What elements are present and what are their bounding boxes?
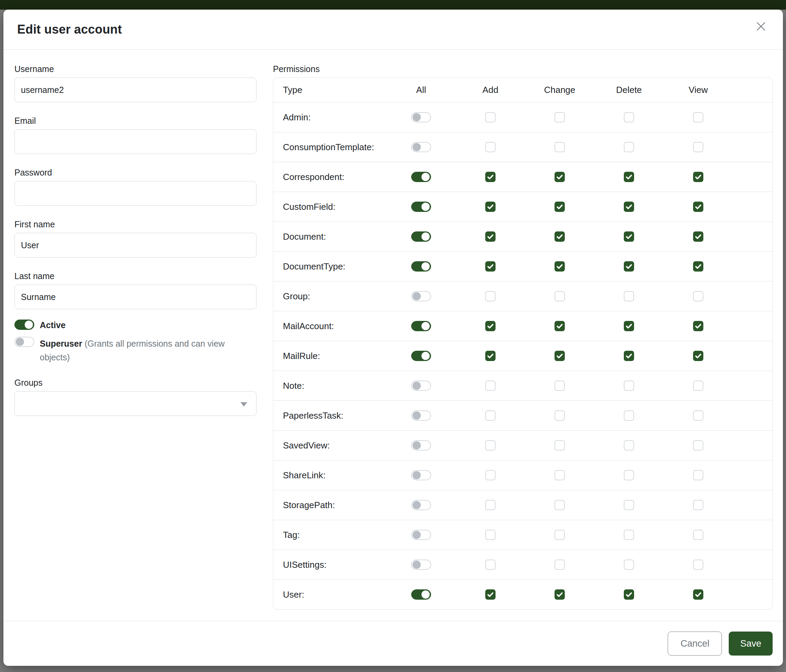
document-all-toggle[interactable] bbox=[411, 231, 431, 242]
check-icon bbox=[556, 591, 563, 598]
storagepath-delete-checkbox[interactable] bbox=[624, 500, 634, 510]
document-add-checkbox[interactable] bbox=[485, 231, 495, 242]
documenttype-all-toggle[interactable] bbox=[411, 261, 431, 272]
user-view-checkbox[interactable] bbox=[693, 589, 703, 600]
correspondent-view-checkbox[interactable] bbox=[693, 172, 703, 182]
mailaccount-all-toggle[interactable] bbox=[411, 321, 431, 331]
uisettings-view-checkbox[interactable] bbox=[693, 559, 703, 570]
check-icon bbox=[625, 233, 633, 240]
documenttype-add-checkbox[interactable] bbox=[485, 261, 495, 272]
note-view-checkbox[interactable] bbox=[693, 381, 703, 391]
user-delete-checkbox[interactable] bbox=[624, 589, 634, 600]
correspondent-change-checkbox[interactable] bbox=[555, 172, 565, 182]
tag-view-checkbox[interactable] bbox=[693, 530, 703, 540]
paperlesstask-all-toggle[interactable] bbox=[411, 410, 431, 421]
mailrule-view-checkbox[interactable] bbox=[693, 351, 703, 361]
admin-delete-checkbox[interactable] bbox=[624, 112, 634, 122]
user-change-checkbox[interactable] bbox=[555, 589, 565, 600]
consumptiontemplate-change-checkbox[interactable] bbox=[555, 142, 565, 152]
sharelink-delete-checkbox[interactable] bbox=[624, 470, 634, 480]
consumptiontemplate-delete-checkbox[interactable] bbox=[624, 142, 634, 152]
admin-add-checkbox[interactable] bbox=[485, 112, 495, 122]
customfield-change-checkbox[interactable] bbox=[555, 202, 565, 212]
consumptiontemplate-all-toggle[interactable] bbox=[411, 142, 431, 152]
tag-all-toggle[interactable] bbox=[411, 530, 431, 540]
group-all-toggle[interactable] bbox=[411, 291, 431, 301]
sharelink-change-checkbox[interactable] bbox=[555, 470, 565, 480]
customfield-all-toggle[interactable] bbox=[411, 202, 431, 212]
note-add-checkbox[interactable] bbox=[485, 381, 495, 391]
sharelink-add-checkbox[interactable] bbox=[485, 470, 495, 480]
group-delete-checkbox[interactable] bbox=[624, 291, 634, 301]
admin-view-checkbox[interactable] bbox=[693, 112, 703, 122]
uisettings-all-toggle[interactable] bbox=[411, 559, 431, 570]
sharelink-view-checkbox[interactable] bbox=[693, 470, 703, 480]
storagepath-all-toggle[interactable] bbox=[411, 500, 431, 510]
correspondent-all-toggle[interactable] bbox=[411, 172, 431, 182]
superuser-toggle[interactable] bbox=[14, 337, 34, 347]
savedview-all-toggle[interactable] bbox=[411, 440, 431, 451]
group-view-checkbox[interactable] bbox=[693, 291, 703, 301]
tag-add-checkbox[interactable] bbox=[485, 530, 495, 540]
group-add-checkbox[interactable] bbox=[485, 291, 495, 301]
tag-change-checkbox[interactable] bbox=[555, 530, 565, 540]
correspondent-delete-checkbox[interactable] bbox=[624, 172, 634, 182]
mailaccount-change-checkbox[interactable] bbox=[555, 321, 565, 331]
admin-change-checkbox[interactable] bbox=[555, 112, 565, 122]
savedview-delete-checkbox[interactable] bbox=[624, 440, 634, 451]
mailrule-delete-checkbox[interactable] bbox=[624, 351, 634, 361]
permission-delete-cell bbox=[594, 112, 663, 122]
mailrule-all-toggle[interactable] bbox=[411, 351, 431, 361]
uisettings-add-checkbox[interactable] bbox=[485, 559, 495, 570]
admin-all-toggle[interactable] bbox=[411, 112, 431, 122]
user-all-toggle[interactable] bbox=[411, 589, 431, 600]
paperlesstask-view-checkbox[interactable] bbox=[693, 410, 703, 421]
groups-select[interactable] bbox=[14, 391, 256, 416]
mailaccount-view-checkbox[interactable] bbox=[693, 321, 703, 331]
note-change-checkbox[interactable] bbox=[555, 381, 565, 391]
tag-delete-checkbox[interactable] bbox=[624, 530, 634, 540]
mailaccount-add-checkbox[interactable] bbox=[485, 321, 495, 331]
close-icon[interactable] bbox=[753, 19, 769, 34]
note-delete-checkbox[interactable] bbox=[624, 381, 634, 391]
storagepath-add-checkbox[interactable] bbox=[485, 500, 495, 510]
correspondent-add-checkbox[interactable] bbox=[485, 172, 495, 182]
mailaccount-delete-checkbox[interactable] bbox=[624, 321, 634, 331]
mailrule-add-checkbox[interactable] bbox=[485, 351, 495, 361]
note-all-toggle[interactable] bbox=[411, 381, 431, 391]
storagepath-change-checkbox[interactable] bbox=[555, 500, 565, 510]
user-add-checkbox[interactable] bbox=[485, 589, 495, 600]
documenttype-change-checkbox[interactable] bbox=[555, 261, 565, 272]
password-field[interactable] bbox=[14, 181, 256, 206]
document-delete-checkbox[interactable] bbox=[624, 231, 634, 242]
active-toggle[interactable] bbox=[14, 320, 34, 330]
document-view-checkbox[interactable] bbox=[693, 231, 703, 242]
sharelink-all-toggle[interactable] bbox=[411, 470, 431, 480]
consumptiontemplate-view-checkbox[interactable] bbox=[693, 142, 703, 152]
cancel-button[interactable]: Cancel bbox=[668, 631, 722, 656]
toggle-knob bbox=[421, 352, 430, 360]
paperlesstask-change-checkbox[interactable] bbox=[555, 410, 565, 421]
savedview-change-checkbox[interactable] bbox=[555, 440, 565, 451]
document-change-checkbox[interactable] bbox=[555, 231, 565, 242]
username-input[interactable] bbox=[14, 77, 256, 102]
last-name-field[interactable] bbox=[14, 284, 256, 309]
paperlesstask-add-checkbox[interactable] bbox=[485, 410, 495, 421]
consumptiontemplate-add-checkbox[interactable] bbox=[485, 142, 495, 152]
email-field[interactable] bbox=[14, 129, 256, 154]
documenttype-delete-checkbox[interactable] bbox=[624, 261, 634, 272]
customfield-delete-checkbox[interactable] bbox=[624, 202, 634, 212]
documenttype-view-checkbox[interactable] bbox=[693, 261, 703, 272]
group-change-checkbox[interactable] bbox=[555, 291, 565, 301]
customfield-add-checkbox[interactable] bbox=[485, 202, 495, 212]
first-name-field[interactable] bbox=[14, 233, 256, 257]
savedview-add-checkbox[interactable] bbox=[485, 440, 495, 451]
uisettings-delete-checkbox[interactable] bbox=[624, 559, 634, 570]
save-button[interactable]: Save bbox=[729, 631, 773, 656]
paperlesstask-delete-checkbox[interactable] bbox=[624, 410, 634, 421]
uisettings-change-checkbox[interactable] bbox=[555, 559, 565, 570]
customfield-view-checkbox[interactable] bbox=[693, 202, 703, 212]
storagepath-view-checkbox[interactable] bbox=[693, 500, 703, 510]
savedview-view-checkbox[interactable] bbox=[693, 440, 703, 451]
mailrule-change-checkbox[interactable] bbox=[555, 351, 565, 361]
